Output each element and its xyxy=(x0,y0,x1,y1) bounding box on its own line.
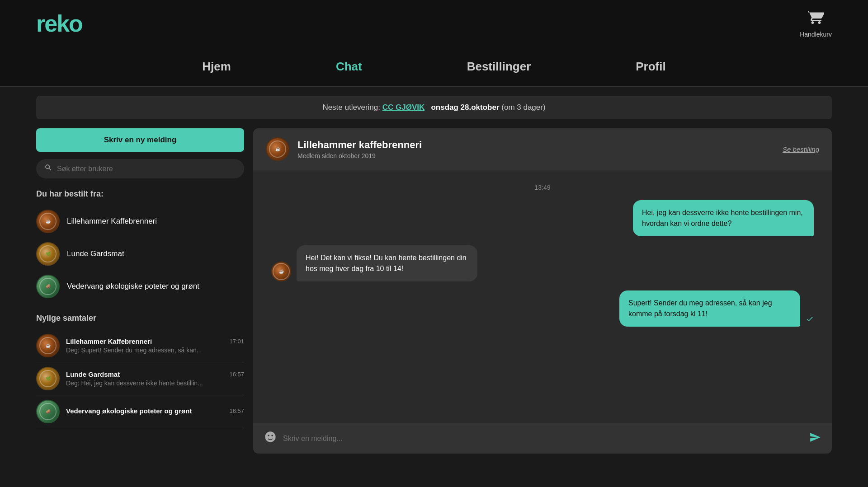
list-item[interactable]: ☕ Lillehammer Kaffebrenneri xyxy=(36,205,244,238)
new-message-button[interactable]: Skriv en ny melding xyxy=(36,128,244,152)
nav-item-profil[interactable]: Profil xyxy=(628,56,673,77)
cart-icon xyxy=(808,9,824,29)
seller-list: ☕ Lillehammer Kaffebrenneri 🌿 Lunde Gard… xyxy=(36,205,244,303)
message-row: Hei, jeg kan dessverre ikke hente bestil… xyxy=(271,200,814,236)
seller-name: Lunde Gardsmat xyxy=(67,249,124,258)
recent-label: Nylige samtaler xyxy=(36,314,244,323)
list-item[interactable]: 🌿 Lunde Gardsmat xyxy=(36,238,244,270)
recent-preview: Deg: Hei, jeg kan dessverre ikke hente b… xyxy=(66,379,244,387)
chat-seller-info: Lillehammer kaffebrenneri Medlem siden o… xyxy=(297,139,422,159)
message-bubble-received: Hei! Det kan vi fikse! Du kan hente best… xyxy=(297,245,477,281)
emoji-button[interactable] xyxy=(264,431,277,446)
message-row: ☕ Hei! Det kan vi fikse! Du kan hente be… xyxy=(271,245,814,281)
recent-info: Lunde Gardsmat 16:57 Deg: Hei, jeg kan d… xyxy=(66,370,244,387)
chat-seller-name: Lillehammer kaffebrenneri xyxy=(297,139,422,151)
avatar: 🥔 xyxy=(36,400,60,423)
send-button[interactable] xyxy=(809,431,821,446)
delivery-days: (om 3 dager) xyxy=(501,103,545,112)
avatar: ☕ xyxy=(36,210,60,233)
chat-area: ☕ Lillehammer kaffebrenneri Medlem siden… xyxy=(253,128,832,454)
message-time: 13:49 xyxy=(271,184,814,191)
seller-name: Lillehammer Kaffebrenneri xyxy=(67,217,157,226)
check-icon xyxy=(806,315,814,325)
recent-preview: Deg: Supert! Sender du meg adressen, så … xyxy=(66,347,244,354)
delivery-banner: Neste utlevering: CC GJØVIK onsdag 28.ok… xyxy=(36,96,832,119)
nav-item-chat[interactable]: Chat xyxy=(329,56,369,77)
search-input[interactable] xyxy=(57,165,236,173)
message-bubble-sent: Supert! Sender du meg adressen, så kan j… xyxy=(619,290,800,327)
main-nav: Hjem Chat Bestillinger Profil xyxy=(0,47,868,87)
header: reko Handlekurv xyxy=(0,0,868,47)
logo: reko xyxy=(36,10,82,37)
list-item[interactable]: 🥔 Vedervang økologiske poteter og grønt … xyxy=(36,395,244,428)
recent-time: 17:01 xyxy=(229,338,244,345)
nav-item-hjem[interactable]: Hjem xyxy=(195,56,238,77)
list-item[interactable]: 🌿 Lunde Gardsmat 16:57 Deg: Hei, jeg kan… xyxy=(36,362,244,395)
search-box xyxy=(36,159,244,178)
main-content: Skriv en ny melding Du har bestilt fra: … xyxy=(36,128,832,454)
message-avatar: ☕ xyxy=(271,262,291,281)
recent-name: Vedervang økologiske poteter og grønt xyxy=(66,407,192,415)
delivery-prefix: Neste utlevering: xyxy=(322,103,380,112)
list-item[interactable]: ☕ Lillehammer Kaffebrenneri 17:01 Deg: S… xyxy=(36,329,244,362)
avatar: 🥔 xyxy=(36,275,60,298)
recent-list: ☕ Lillehammer Kaffebrenneri 17:01 Deg: S… xyxy=(36,329,244,428)
chat-input-area xyxy=(253,423,832,454)
delivery-date: onsdag 28.oktober xyxy=(431,103,499,112)
recent-info: Lillehammer Kaffebrenneri 17:01 Deg: Sup… xyxy=(66,337,244,354)
message-row: Supert! Sender du meg adressen, så kan j… xyxy=(271,290,814,327)
messages-area: 13:49 Hei, jeg kan dessverre ikke hente … xyxy=(253,170,832,423)
message-bubble-sent: Hei, jeg kan dessverre ikke hente bestil… xyxy=(633,200,814,236)
cart-label: Handlekurv xyxy=(800,31,832,38)
cart-button[interactable]: Handlekurv xyxy=(800,9,832,38)
avatar: 🌿 xyxy=(36,367,60,390)
recent-name: Lunde Gardsmat xyxy=(66,370,120,378)
chat-seller-avatar: ☕ xyxy=(266,137,289,161)
delivery-location[interactable]: CC GJØVIK xyxy=(382,103,425,112)
recent-time: 16:57 xyxy=(229,371,244,378)
seller-name: Vedervang økologiske poteter og grønt xyxy=(67,282,199,291)
chat-header: ☕ Lillehammer kaffebrenneri Medlem siden… xyxy=(253,128,832,170)
list-item[interactable]: 🥔 Vedervang økologiske poteter og grønt xyxy=(36,270,244,303)
see-order-link[interactable]: Se bestilling xyxy=(783,145,819,153)
sidebar: Skriv en ny melding Du har bestilt fra: … xyxy=(36,128,253,454)
chat-seller-since: Medlem siden oktober 2019 xyxy=(297,152,422,159)
recent-name: Lillehammer Kaffebrenneri xyxy=(66,337,152,345)
chat-header-left: ☕ Lillehammer kaffebrenneri Medlem siden… xyxy=(266,137,422,161)
message-input[interactable] xyxy=(283,435,803,443)
recent-info: Vedervang økologiske poteter og grønt 16… xyxy=(66,407,244,416)
ordered-from-label: Du har bestilt fra: xyxy=(36,189,244,199)
avatar: ☕ xyxy=(36,334,60,357)
nav-item-bestillinger[interactable]: Bestillinger xyxy=(460,56,538,77)
search-icon xyxy=(44,164,52,174)
avatar: 🌿 xyxy=(36,242,60,266)
recent-time: 16:57 xyxy=(229,407,244,414)
